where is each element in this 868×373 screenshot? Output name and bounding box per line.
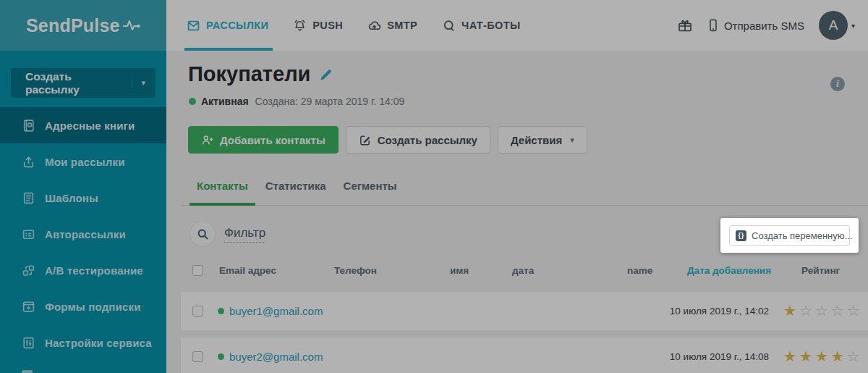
spotlight-highlight: { } Создать переменную...: [720, 218, 859, 253]
dim-overlay: [0, 0, 868, 373]
create-variable-label: Создать переменную...: [752, 230, 852, 241]
sendpulse-app: SendPulse Создать рассылку ▾ Адресные кн…: [0, 0, 868, 373]
create-variable-button[interactable]: { } Создать переменную...: [729, 225, 850, 246]
braces-icon: { }: [736, 230, 746, 241]
